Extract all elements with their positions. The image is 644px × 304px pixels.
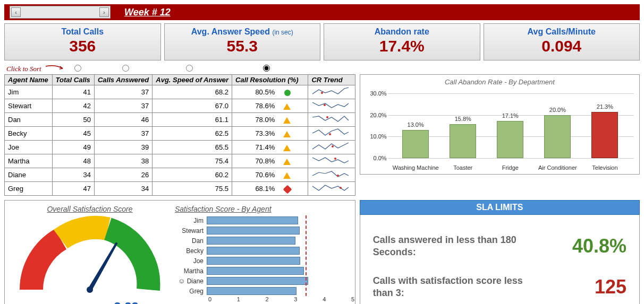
y-tick-label: 30.0% (366, 90, 387, 97)
kpi-value: 356 (7, 37, 158, 56)
bar-value-label: 15.8% (444, 116, 481, 122)
x-tick-label: 3 (294, 296, 297, 302)
sort-radio[interactable] (74, 65, 81, 72)
category-label: Toaster (439, 164, 487, 171)
header-bar: ‹ › Week # 12 (4, 4, 640, 20)
table-row: Greg473475.568.1% (5, 182, 355, 196)
kpi-abandon-rate: Abandon rate 17.4% (324, 23, 480, 60)
cr-trend (308, 141, 355, 154)
sort-radio-row (56, 65, 306, 73)
svg-point-3 (329, 133, 331, 135)
avg-speed: 62.5 (152, 127, 232, 141)
cr-trend (308, 127, 355, 141)
table-row: Stewart423767.078.6% (5, 99, 355, 113)
total-calls: 47 (52, 182, 94, 196)
sort-radio[interactable] (186, 65, 193, 72)
sat-agent-name: Jim (175, 217, 207, 224)
avg-speed: 65.5 (152, 141, 232, 154)
svg-marker-8 (88, 242, 119, 291)
sat-bar-row: Greg (175, 286, 350, 296)
table-row: Dan504661.178.0% (5, 113, 355, 127)
table-header-cell: Total Calls (52, 75, 94, 85)
gauge-needle (86, 241, 120, 294)
total-calls: 50 (52, 113, 94, 127)
abandon-bar (497, 121, 523, 158)
cr-trend (308, 182, 355, 196)
status-icon (283, 185, 292, 194)
table-body: Jim413768.280.5%Stewart423767.078.6%Dan5… (5, 85, 355, 196)
table-header-cell: Agent Name (5, 75, 53, 85)
avg-speed: 60.2 (152, 168, 232, 182)
status-icon (283, 145, 291, 151)
kpi-title: Avg. Answer Speed (191, 27, 270, 36)
cr-trend (308, 168, 355, 182)
table-row: Joe493965.571.4% (5, 141, 355, 154)
avg-speed: 67.0 (152, 99, 232, 113)
sat-bar (207, 247, 300, 255)
abandon-bar (591, 112, 618, 158)
sat-bar-row: Jim (175, 215, 350, 225)
call-resolution: 78.6% (232, 99, 308, 113)
sat-bar (207, 227, 300, 234)
sort-radio[interactable] (263, 65, 270, 72)
calls-answered: 37 (94, 127, 152, 141)
smile-icon: ☺ (178, 277, 185, 285)
x-tick-label: 1 (237, 296, 240, 302)
agent-name: Joe (5, 141, 53, 154)
abandon-bar (450, 124, 476, 158)
category-label: Washing Machine (392, 164, 439, 171)
x-tick-label: 5 (351, 296, 354, 302)
agent-name: Martha (5, 154, 53, 168)
call-resolution: 73.3% (232, 127, 308, 141)
sat-axis: 012345 (210, 296, 350, 304)
goal-line (306, 215, 307, 296)
agent-name: Greg (5, 182, 53, 196)
sort-radio[interactable] (122, 65, 129, 72)
sat-bar (207, 257, 300, 265)
sat-bar-row: Dan (175, 236, 350, 246)
call-resolution: 78.0% (232, 113, 308, 127)
week-scrollbar[interactable]: ‹ › (10, 6, 111, 19)
agent-name: Dan (5, 113, 53, 127)
gauge-panel: Overall Satisfaction Score Satisfaction … (10, 205, 170, 304)
table-header-cell: CR Trend (308, 75, 355, 85)
kpi-total-calls: Total Calls 356 (4, 23, 161, 60)
scroll-left-button[interactable]: ‹ (11, 7, 21, 17)
table-row: Jim413768.280.5% (5, 85, 355, 99)
table-header-row: Agent NameTotal CallsCalls AnsweredAvg. … (5, 75, 355, 85)
bar-value-label: 21.3% (586, 103, 623, 110)
week-label: Week # 12 (114, 7, 171, 18)
status-icon (284, 90, 291, 96)
sat-bar (207, 277, 308, 285)
y-tick-label: 0.0% (366, 155, 387, 161)
status-icon (283, 172, 291, 179)
agent-name: Stewart (5, 99, 53, 113)
table-header-cell: Calls Answered (94, 75, 152, 85)
bar-value-label: 20.0% (539, 107, 576, 113)
sort-hint-row: Click to Sort (4, 64, 640, 74)
agents-table: Agent NameTotal CallsCalls AnsweredAvg. … (4, 74, 355, 196)
sat-bar-row: ☺ Diane (175, 276, 350, 286)
scroll-right-button[interactable]: › (99, 7, 109, 17)
svg-point-1 (324, 104, 326, 106)
table-row: Becky453762.573.3% (5, 127, 355, 141)
svg-point-7 (340, 187, 342, 189)
calls-answered: 37 (94, 85, 152, 99)
gauge-label-row: Satisfaction Score: 3.33 (10, 300, 170, 304)
total-calls: 34 (52, 168, 94, 182)
kpi-value: 17.4% (326, 37, 478, 56)
y-tick-label: 10.0% (366, 133, 387, 140)
sla-lowsat-value: 125 (595, 276, 626, 298)
sat-agent-name: Martha (175, 267, 207, 275)
gauge-score-value: 3.33 (114, 300, 139, 304)
x-tick-label: 4 (323, 296, 326, 302)
svg-point-2 (326, 116, 328, 118)
status-icon (283, 131, 291, 137)
call-resolution: 71.4% (232, 141, 308, 154)
bar-value-label: 17.1% (492, 112, 529, 119)
sat-bar-row: Becky (175, 246, 350, 256)
calls-answered: 26 (94, 168, 152, 182)
sort-hint-label: Click to Sort (4, 65, 41, 73)
category-label: Fridge (487, 164, 534, 171)
avg-speed: 75.4 (152, 154, 232, 168)
